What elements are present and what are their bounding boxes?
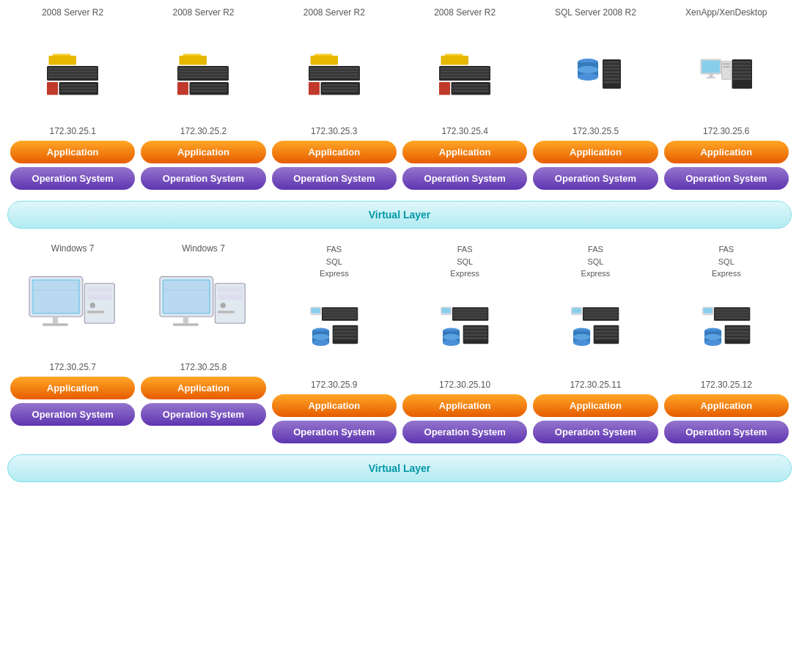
rack-svg-9 <box>279 306 389 350</box>
svg-rect-4 <box>48 70 97 73</box>
server-icon-area-2 <box>144 26 262 122</box>
os-btn-3[interactable]: Operation System <box>272 167 397 190</box>
os-btn-8[interactable]: Operation System <box>141 403 265 426</box>
application-btn-2[interactable]: Application <box>141 141 265 163</box>
os-btn-2[interactable]: Operation System <box>141 167 265 190</box>
server-label-5: SQL Server 2008 R2 <box>555 7 636 22</box>
application-btn-10[interactable]: Application <box>402 394 527 417</box>
svg-rect-101 <box>323 314 357 317</box>
svg-rect-116 <box>453 311 487 314</box>
os-btn-11[interactable]: Operation System <box>533 421 658 443</box>
svg-rect-97 <box>311 308 320 313</box>
os-btn-4[interactable]: Operation System <box>402 167 527 190</box>
application-btn-4[interactable]: Application <box>402 141 527 163</box>
application-btn-1[interactable]: Application <box>10 141 135 163</box>
application-btn-8[interactable]: Application <box>141 377 265 399</box>
application-btn-5[interactable]: Application <box>533 141 658 163</box>
svg-rect-81 <box>87 287 112 292</box>
svg-rect-22 <box>191 87 227 89</box>
server-label-1: 2008 Server R2 <box>42 7 103 22</box>
application-btn-7[interactable]: Application <box>10 377 135 399</box>
svg-rect-57 <box>604 75 620 77</box>
application-btn-11[interactable]: Application <box>533 394 658 417</box>
svg-rect-28 <box>309 70 358 73</box>
svg-rect-92 <box>218 287 243 292</box>
server-grid-2: Windows 7 <box>7 243 792 447</box>
svg-rect-95 <box>218 311 235 314</box>
svg-rect-16 <box>179 70 228 73</box>
svg-rect-9 <box>61 84 97 86</box>
server-col-5: SQL Server 2008 R2 <box>530 7 660 193</box>
rack-svg-12 <box>671 306 781 350</box>
svg-point-83 <box>90 303 95 308</box>
server-col-7: Windows 7 <box>7 243 138 447</box>
svg-rect-39 <box>441 67 490 70</box>
svg-point-153 <box>704 340 721 346</box>
svg-point-121 <box>443 340 460 346</box>
svg-rect-30 <box>309 76 358 78</box>
application-btn-9[interactable]: Application <box>272 394 397 417</box>
svg-rect-99 <box>323 309 357 311</box>
svg-rect-46 <box>453 87 489 89</box>
svg-rect-67 <box>732 59 752 89</box>
virtual-layer-bar-2: Virtual Layer <box>7 454 792 482</box>
svg-rect-10 <box>61 87 97 89</box>
svg-rect-63 <box>706 77 715 78</box>
svg-rect-23 <box>191 90 227 92</box>
svg-rect-125 <box>464 331 487 333</box>
svg-rect-72 <box>733 75 751 77</box>
svg-rect-52 <box>603 59 621 89</box>
svg-rect-40 <box>441 70 490 73</box>
svg-rect-100 <box>323 311 357 314</box>
svg-rect-71 <box>733 71 751 73</box>
os-btn-7[interactable]: Operation System <box>10 403 135 426</box>
svg-rect-59 <box>604 81 620 84</box>
svg-rect-6 <box>48 76 97 78</box>
svg-rect-11 <box>61 90 97 92</box>
svg-rect-140 <box>595 327 619 329</box>
svg-rect-37 <box>441 56 469 65</box>
svg-point-94 <box>221 303 226 308</box>
server-label-8: Windows 7 <box>182 243 225 258</box>
svg-rect-78 <box>53 317 58 323</box>
server-col-4: 2008 Server R2 <box>400 7 530 193</box>
server-icon-area-9 <box>276 280 393 375</box>
ip-label-10: 172.30.25.10 <box>439 380 490 390</box>
server-icon-area-3 <box>276 26 393 122</box>
svg-rect-65 <box>723 63 730 65</box>
svg-point-50 <box>578 73 598 81</box>
rack-svg-4 <box>410 52 520 96</box>
ip-label-9: 172.30.25.9 <box>311 380 357 390</box>
application-btn-6[interactable]: Application <box>664 141 789 163</box>
svg-rect-108 <box>334 327 357 329</box>
svg-rect-141 <box>595 331 619 333</box>
os-btn-9[interactable]: Operation System <box>272 421 397 443</box>
server-col-9: FASSQLExpress <box>269 243 400 447</box>
rack-svg-5 <box>540 52 650 96</box>
ip-label-7: 172.30.25.7 <box>49 362 95 372</box>
svg-point-51 <box>578 66 598 73</box>
svg-rect-113 <box>442 308 451 313</box>
rack-svg-10 <box>410 306 520 350</box>
application-btn-3[interactable]: Application <box>272 141 397 163</box>
os-btn-5[interactable]: Operation System <box>533 167 658 190</box>
svg-rect-21 <box>191 84 227 86</box>
os-btn-1[interactable]: Operation System <box>10 167 135 190</box>
ip-label-12: 172.30.25.12 <box>701 380 752 390</box>
application-btn-12[interactable]: Application <box>664 394 789 417</box>
os-btn-6[interactable]: Operation System <box>664 167 789 190</box>
svg-point-138 <box>573 334 590 340</box>
svg-rect-54 <box>604 64 620 67</box>
server-icon-area-1 <box>14 26 131 122</box>
rack-svg-3 <box>279 52 389 96</box>
svg-rect-127 <box>464 337 487 339</box>
svg-rect-43 <box>439 82 450 95</box>
svg-rect-29 <box>309 73 358 75</box>
svg-rect-5 <box>48 73 97 75</box>
os-btn-10[interactable]: Operation System <box>402 421 527 443</box>
svg-rect-47 <box>453 90 489 92</box>
svg-rect-148 <box>715 311 749 314</box>
svg-rect-70 <box>733 68 751 70</box>
desktop-svg-8 <box>152 273 254 347</box>
os-btn-12[interactable]: Operation System <box>664 421 789 443</box>
